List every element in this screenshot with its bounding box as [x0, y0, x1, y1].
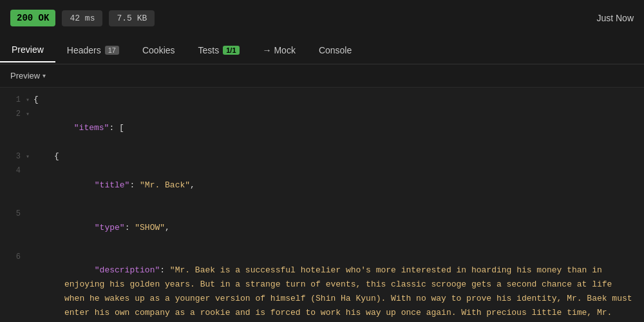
tab-mock[interactable]: → Mock — [251, 39, 307, 62]
status-bar: 200 OK 42 ms 7.5 KB Just Now — [0, 0, 644, 36]
json-line-4: 4 "title": "Mr. Back", — [0, 164, 644, 206]
json-line-5-content: "type": "SHOW", — [33, 207, 641, 249]
json-content-area: 1 ▾ { 2 ▾ "items": [ 3 ▾ { 4 "title": "M… — [0, 88, 644, 322]
json-line-3: 3 ▾ { — [0, 149, 644, 164]
json-line-2: 2 ▾ "items": [ — [0, 107, 644, 149]
json-line-4-content: "title": "Mr. Back", — [33, 164, 641, 206]
tab-bar: Preview Headers 17 Cookies Tests 1/1 → M… — [0, 36, 644, 64]
tests-badge: 1/1 — [223, 46, 239, 55]
tab-cookies-label: Cookies — [142, 45, 175, 55]
tab-headers[interactable]: Headers 17 — [55, 39, 131, 62]
tab-mock-label: → Mock — [263, 45, 296, 55]
tab-tests[interactable]: Tests 1/1 — [187, 39, 251, 62]
json-line-3-content: { — [33, 149, 641, 164]
tab-console-label: Console — [319, 45, 352, 55]
json-line-1-content: { — [33, 93, 641, 107]
json-line-2-content: "items": [ — [33, 107, 641, 149]
subheader[interactable]: Preview ▾ — [0, 64, 644, 88]
json-line-6-content: "description": "Mr. Baek is a successful… — [33, 249, 641, 322]
tab-tests-label: Tests — [198, 45, 220, 55]
timestamp-label: Just Now — [596, 13, 634, 23]
json-line-1: 1 ▾ { — [0, 93, 644, 107]
json-line-5: 5 "type": "SHOW", — [0, 207, 644, 249]
response-size-badge: 7.5 KB — [109, 10, 155, 26]
headers-badge: 17 — [105, 46, 119, 55]
json-line-6: 6 "description": "Mr. Baek is a successf… — [0, 249, 644, 322]
status-code-badge: 200 OK — [10, 10, 55, 26]
chevron-down-icon: ▾ — [43, 72, 46, 79]
tab-headers-label: Headers — [67, 45, 101, 55]
tab-console[interactable]: Console — [307, 39, 363, 62]
tab-preview-label: Preview — [12, 44, 44, 55]
response-time-badge: 42 ms — [62, 10, 102, 26]
tab-preview[interactable]: Preview — [0, 38, 55, 62]
tab-cookies[interactable]: Cookies — [131, 39, 187, 62]
subheader-label: Preview ▾ — [10, 71, 46, 80]
